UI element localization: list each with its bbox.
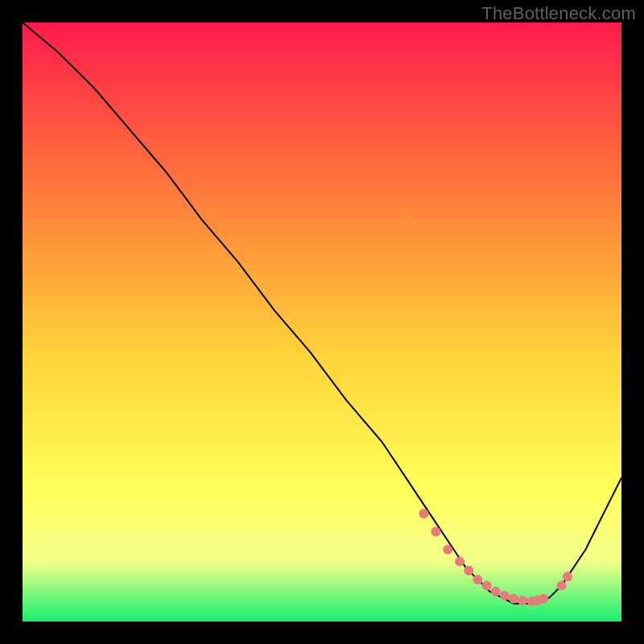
- chart-svg: [23, 23, 621, 621]
- highlight-dot: [455, 557, 464, 567]
- watermark-text: TheBottleneck.com: [481, 3, 636, 24]
- highlight-dot: [500, 591, 510, 601]
- highlight-dot: [563, 572, 572, 581]
- highlight-dot: [509, 594, 518, 604]
- chart-frame: TheBottleneck.com: [0, 0, 644, 644]
- highlight-dot: [443, 545, 452, 555]
- highlight-dot: [557, 580, 567, 590]
- highlight-dot: [482, 580, 492, 590]
- highlight-dot: [473, 575, 482, 584]
- chart-plot-area: [23, 23, 621, 621]
- highlight-dot: [518, 596, 527, 605]
- highlight-dot: [419, 509, 429, 518]
- highlight-dot: [491, 587, 501, 597]
- highlight-dot: [464, 566, 473, 576]
- highlight-dot: [431, 526, 440, 536]
- highlight-dot: [539, 594, 548, 604]
- gradient-background: [23, 23, 621, 621]
